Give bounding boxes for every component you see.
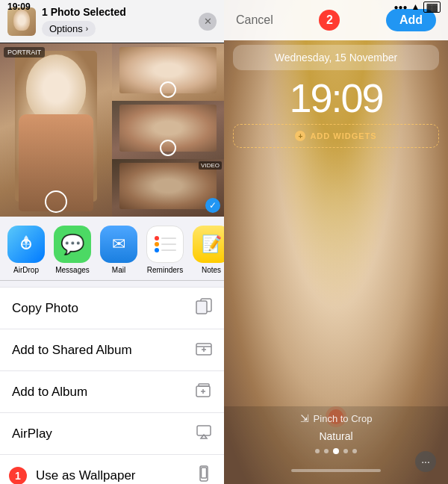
dots-row: [315, 448, 357, 454]
copy-photo-icon: [196, 298, 212, 318]
photo-grid: PORTRAIT VIDEO ✓: [0, 43, 224, 217]
add-album-label: Add to Album: [12, 385, 87, 400]
add-album-icon: [196, 382, 212, 402]
svg-rect-8: [202, 468, 207, 478]
copy-photo-label: Copy Photo: [12, 301, 78, 316]
checkmark: ✓: [205, 198, 220, 213]
wallpaper-icon: [196, 465, 212, 484]
mail-label: Mail: [112, 266, 125, 274]
airdrop-label: AirDrop: [13, 266, 39, 274]
svg-rect-5: [199, 384, 209, 386]
action-add-shared-album[interactable]: Add to Shared Album: [0, 329, 224, 371]
airplay-label: AirPlay: [12, 426, 52, 441]
photo-section: 1 Photo Selected Options › ✕ PORTRAIT: [0, 0, 224, 217]
action-list: Copy Photo Add to Shared Album: [0, 281, 224, 484]
close-button[interactable]: ✕: [199, 13, 217, 31]
home-indicator-right: [291, 469, 381, 472]
pinch-to-crop: ⇲ Pinch to Crop: [300, 412, 373, 424]
airdrop-icon: [7, 226, 45, 263]
lock-bottom: ⇲ Pinch to Crop Natural ···: [224, 406, 448, 484]
reminders-icon: [146, 226, 184, 263]
lock-date-text: Wednesday, 15 November: [275, 52, 397, 63]
portrait-label: PORTRAIT: [4, 47, 45, 58]
action-add-album[interactable]: Add to Album: [0, 371, 224, 413]
doll-face: [26, 55, 86, 122]
dot-1: [315, 449, 320, 453]
add-widgets-label: ADD WIDGETS: [310, 131, 376, 140]
options-label: Options: [49, 23, 83, 34]
photo-side-thumbnails: VIDEO ✓: [112, 43, 224, 217]
add-shared-album-icon: [196, 340, 212, 360]
photo-thumb-1: [112, 43, 224, 101]
camera-circle: [45, 190, 67, 213]
chevron-right-icon: ›: [86, 25, 88, 33]
natural-label: Natural: [319, 430, 352, 442]
app-item-messages[interactable]: 💬 Messages: [54, 226, 91, 274]
messages-icon: 💬: [54, 226, 91, 263]
options-button[interactable]: Options ›: [42, 21, 96, 37]
add-shared-album-label: Add to Shared Album: [12, 343, 132, 358]
right-panel: Cancel 2 Add Wednesday, 15 November 19:0…: [224, 0, 448, 484]
photo-thumb-3: VIDEO ✓: [112, 159, 224, 217]
apps-row: AirDrop 💬 Messages ✉ Mail: [0, 217, 224, 281]
use-wallpaper-label: Use as Wallpaper: [12, 468, 136, 483]
dot-2: [324, 449, 329, 453]
cancel-button[interactable]: Cancel: [236, 13, 273, 27]
reminders-label: Reminders: [147, 266, 183, 274]
lock-time: 19:09: [224, 78, 448, 118]
doll-photo-area: [224, 151, 448, 406]
app-item-reminders[interactable]: Reminders: [146, 226, 184, 274]
status-time: 19:09: [7, 1, 31, 12]
add-widget-plus-icon: +: [295, 131, 305, 141]
lock-date: Wednesday, 15 November: [233, 45, 439, 70]
camera-circle-sm: [160, 81, 176, 98]
camera-circle-sm2: [160, 140, 176, 156]
add-widgets-bar[interactable]: + ADD WIDGETS: [233, 124, 439, 148]
app-item-mail[interactable]: ✉ Mail: [100, 226, 137, 274]
dot-4: [343, 449, 348, 453]
notes-icon: 📝: [193, 226, 224, 263]
app-item-notes[interactable]: 📝 Notes: [193, 226, 224, 274]
airplay-icon: [196, 424, 212, 444]
photo-thumb-2: [112, 101, 224, 158]
pinch-icon: ⇲: [300, 412, 309, 424]
share-sheet: AirDrop 💬 Messages ✉ Mail: [0, 217, 224, 484]
action-copy-photo[interactable]: Copy Photo: [0, 287, 224, 329]
messages-label: Messages: [55, 266, 90, 274]
notes-label: Notes: [202, 266, 221, 274]
mail-icon: ✉: [100, 226, 137, 263]
action-use-wallpaper[interactable]: 1 Use as Wallpaper: [0, 455, 224, 484]
video-label: VIDEO: [199, 161, 222, 170]
left-panel: 19:09 ●●● ▲ ▓▓ 1 Photo Selected Options …: [0, 0, 224, 484]
action-airplay[interactable]: AirPlay: [0, 413, 224, 455]
app-item-airdrop[interactable]: AirDrop: [7, 226, 45, 274]
status-bar: 19:09 ●●● ▲ ▓▓: [0, 0, 224, 13]
dot-5: [352, 449, 357, 453]
more-button[interactable]: ···: [415, 451, 436, 472]
dot-3-active: [333, 448, 339, 454]
pinch-label: Pinch to Crop: [314, 413, 373, 424]
svg-rect-2: [196, 301, 207, 314]
badge-1: 1: [9, 467, 27, 485]
photo-main: PORTRAIT: [0, 43, 112, 217]
